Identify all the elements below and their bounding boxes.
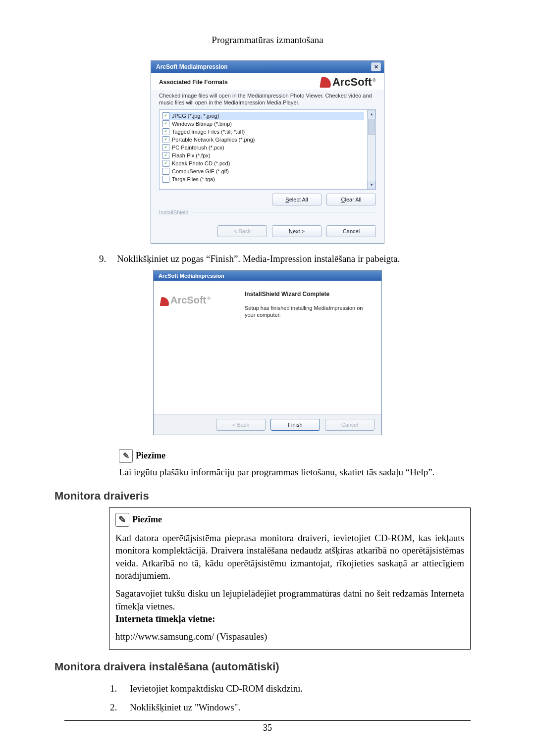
next-button[interactable]: Next >	[272, 225, 321, 237]
note-label: Piezīme	[136, 451, 165, 461]
checkbox-icon[interactable]	[162, 168, 169, 175]
format-label: Portable Network Graphics (*.png)	[172, 137, 255, 143]
arcsoft-logo-text: ArcSoft	[170, 295, 206, 306]
section-monitor-driver: Monitora draiveris	[54, 490, 471, 503]
format-label: PC Paintbrush (*.pcx)	[172, 145, 224, 151]
arcsoft-logo: ArcSoft ®	[321, 77, 376, 88]
page-number: 35	[263, 723, 272, 733]
arcsoft-logo: ArcSoft ®	[160, 295, 235, 306]
back-button: < Back	[216, 419, 266, 431]
back-button: < Back	[217, 225, 267, 237]
section-install-auto: Monitora draivera instalēšana (automātis…	[54, 660, 471, 673]
select-all-button[interactable]: Select All	[272, 194, 321, 205]
note-1-text: Lai iegūtu plašāku informāciju par progr…	[119, 467, 471, 478]
format-item[interactable]: PC Paintbrush (*.pcx)	[162, 144, 364, 151]
registered-mark: ®	[207, 296, 211, 301]
format-item[interactable]: Tagged Image Files (*.tif; *.tiff)	[162, 128, 364, 136]
note-box-url: http://www.samsung.com/ (Vispasaules)	[115, 630, 464, 643]
format-item[interactable]: Windows Bitmap (*.bmp)	[162, 120, 364, 128]
scroll-up-icon[interactable]: ▴	[368, 110, 375, 118]
dialog2-titlebar: ArcSoft MediaImpression	[154, 271, 381, 281]
format-list[interactable]: JPEG (*.jpg; *.jpeg)Windows Bitmap (*.bm…	[160, 110, 367, 189]
format-item[interactable]: CompuServe GIF (*.gif)	[162, 167, 364, 175]
list-item-text: Noklikšķiniet uz "Windows".	[130, 702, 240, 713]
step-number: 9.	[99, 253, 108, 264]
list-item-number: 2.	[110, 702, 120, 713]
scroll-down-icon[interactable]: ▾	[368, 181, 375, 189]
scrollbar[interactable]: ▴ ▾	[367, 110, 375, 189]
checkbox-icon[interactable]	[162, 160, 169, 167]
dialog2-figure: ArcSoft MediaImpression ArcSoft ® Instal…	[64, 270, 471, 435]
note-label: Piezīme	[132, 513, 162, 525]
format-label: Windows Bitmap (*.bmp)	[172, 121, 232, 127]
dialog1-figure: ArcSoft MediaImpression ✕ Associated Fil…	[64, 60, 471, 244]
format-label: Kodak Photo CD (*.pcd)	[172, 160, 230, 166]
checkbox-icon[interactable]	[162, 144, 169, 151]
page-footer: 35	[64, 720, 471, 733]
note-box: ✎ Piezīme Kad datora operētājsistēma pie…	[109, 507, 471, 650]
cancel-button: Cancel	[325, 419, 374, 431]
installshield-brand: InstallShield	[159, 209, 188, 215]
note-icon: ✎	[119, 449, 133, 463]
registered-mark: ®	[373, 78, 376, 83]
cancel-button[interactable]: Cancel	[326, 225, 376, 237]
list-item: 2.Noklikšķiniet uz "Windows".	[110, 702, 471, 713]
dialog2-sidebar: ArcSoft ®	[154, 281, 240, 414]
note-box-bold-line: Interneta tīmekļa vietne:	[115, 612, 464, 625]
format-label: CompuServe GIF (*.gif)	[172, 168, 229, 174]
associated-formats-heading: Associated File Formats	[159, 79, 228, 86]
checkbox-icon[interactable]	[162, 128, 169, 135]
clear-all-button[interactable]: Clear All	[326, 194, 376, 205]
note-box-para1: Kad datora operētājsistēma pieprasa moni…	[115, 532, 464, 583]
step-text: Noklikšķiniet uz pogas “Finish”. Media-I…	[117, 253, 400, 264]
dialog2-content: InstallShield Wizard Complete Setup has …	[240, 281, 381, 414]
format-list-container: JPEG (*.jpg; *.jpeg)Windows Bitmap (*.bm…	[159, 109, 376, 190]
arcsoft-icon	[160, 297, 170, 306]
dialog1-title-text: ArcSoft MediaImpression	[156, 63, 228, 70]
step-9: 9. Noklikšķiniet uz pogas “Finish”. Medi…	[99, 253, 471, 264]
dialog2-title-text: ArcSoft MediaImpression	[159, 273, 224, 279]
wizard-complete-heading: InstallShield Wizard Complete	[245, 291, 373, 298]
format-item[interactable]: Flash Pix (*.fpx)	[162, 151, 364, 159]
list-item-number: 1.	[110, 683, 120, 694]
install-steps-list: 1.Ievietojiet kompaktdisku CD-ROM diskdz…	[110, 683, 471, 713]
checkbox-icon[interactable]	[162, 112, 169, 119]
checkbox-icon[interactable]	[162, 120, 169, 127]
close-icon[interactable]: ✕	[371, 62, 381, 71]
format-label: Flash Pix (*.fpx)	[172, 152, 211, 158]
format-label: Targa Files (*.tga)	[172, 176, 215, 182]
format-item[interactable]: JPEG (*.jpg; *.jpeg)	[162, 112, 364, 120]
wizard-complete-text: Setup has finished installing MediaImpre…	[245, 304, 373, 319]
format-label: Tagged Image Files (*.tif; *.tiff)	[172, 129, 245, 135]
dialog1: ArcSoft MediaImpression ✕ Associated Fil…	[151, 60, 384, 244]
arcsoft-logo-text: ArcSoft	[332, 77, 372, 88]
checkbox-icon[interactable]	[162, 152, 169, 159]
arcsoft-icon	[320, 77, 332, 88]
dialog1-description: Checked image files will open in the Med…	[159, 93, 376, 106]
note-icon: ✎	[115, 513, 129, 527]
checkbox-icon[interactable]	[162, 136, 169, 143]
page-header: Programmatūras izmantošana	[64, 35, 471, 46]
note-1-header: ✎ Piezīme	[119, 449, 471, 463]
dialog1-titlebar: ArcSoft MediaImpression ✕	[151, 61, 384, 73]
format-item[interactable]: Targa Files (*.tga)	[162, 175, 364, 183]
scroll-thumb[interactable]	[368, 119, 375, 135]
dialog2: ArcSoft MediaImpression ArcSoft ® Instal…	[153, 270, 382, 435]
list-item: 1.Ievietojiet kompaktdisku CD-ROM diskdz…	[110, 683, 471, 694]
note-box-para2: Sagatavojiet tukšu disku un lejupielādēj…	[115, 587, 464, 612]
format-item[interactable]: Kodak Photo CD (*.pcd)	[162, 159, 364, 167]
checkbox-icon[interactable]	[162, 176, 169, 183]
finish-button[interactable]: Finish	[270, 419, 320, 431]
list-item-text: Ievietojiet kompaktdisku CD-ROM diskdzin…	[130, 683, 303, 694]
format-label: JPEG (*.jpg; *.jpeg)	[172, 113, 219, 119]
format-item[interactable]: Portable Network Graphics (*.png)	[162, 136, 364, 144]
